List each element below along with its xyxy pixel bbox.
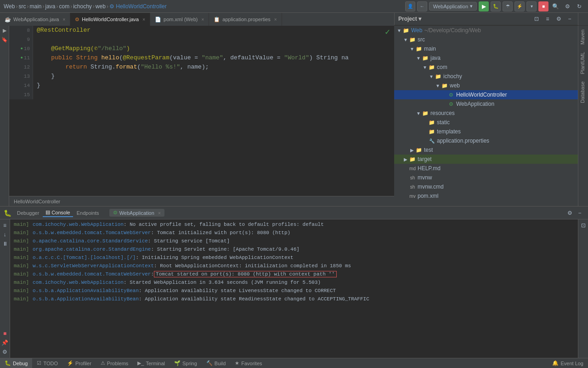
debug-tab-console[interactable]: ▤ Console: [43, 208, 73, 217]
tab-helloworldcontroller[interactable]: ⚙ HelloWorldController.java ×: [70, 13, 150, 26]
vert-tab-maven[interactable]: Maven: [578, 26, 588, 48]
debug-btn-pin[interactable]: 📌: [1, 339, 9, 347]
tree-item-static[interactable]: 📁 static: [394, 118, 578, 127]
tree-item-ichochy[interactable]: ▼ 📁 ichochy: [394, 72, 578, 81]
run-config-label: WebApplication: [433, 4, 468, 9]
back-button[interactable]: ←: [417, 1, 427, 12]
vert-tab-database[interactable]: Database: [578, 78, 588, 107]
tree-label-mvnw: mvnw: [418, 174, 432, 181]
tree-item-test[interactable]: ▶ 📁 test: [394, 145, 578, 155]
tree-item-templates[interactable]: 📁 templates: [394, 127, 578, 136]
gutter-line-14: 14: [9, 81, 33, 90]
debug-log-content[interactable]: main] com.ichochy.web.WebApplication : N…: [10, 219, 578, 358]
project-btn-settings[interactable]: ⚙: [554, 14, 563, 23]
editor-code[interactable]: @RestController @GetMapping(✆"/hello") p…: [33, 26, 394, 99]
bottom-tab-terminal[interactable]: ▶_ Terminal: [133, 358, 170, 368]
breadcrumb-com[interactable]: com: [59, 3, 70, 10]
run-config-dropdown-icon: ▾: [470, 3, 473, 9]
coverage-button[interactable]: ☂: [503, 1, 513, 12]
project-btn-close[interactable]: −: [565, 14, 574, 23]
debug-settings-btn[interactable]: ⚙: [565, 208, 574, 218]
tree-arrow-root: ▼: [396, 28, 402, 33]
debug-btn-pause[interactable]: ⏸: [1, 240, 9, 248]
bottom-tab-spring[interactable]: 🌱 Spring: [170, 358, 202, 368]
update-button[interactable]: ↻: [574, 1, 584, 12]
more-run-button[interactable]: ▾: [526, 1, 537, 12]
tree-item-resources[interactable]: ▼ 📁 resources: [394, 109, 578, 118]
breadcrumb-main[interactable]: main: [29, 3, 41, 10]
tree-item-java[interactable]: ▼ 📁 java: [394, 53, 578, 63]
code-line-9: [37, 35, 390, 44]
tree-item-root[interactable]: ▼ 📁 Web ~/Develop/Coding/Web: [394, 26, 578, 35]
tree-icon-wa: ⚙: [447, 100, 455, 108]
debug-right-btn-restore[interactable]: ⊡: [579, 221, 588, 230]
tree-item-com[interactable]: ▼ 📁 com: [394, 63, 578, 72]
profile-button[interactable]: ⚡: [514, 1, 525, 12]
tab-pomxml[interactable]: 📄 pom.xml (Web) ×: [150, 13, 209, 26]
tree-item-webapplication[interactable]: ⚙ WebApplication: [394, 99, 578, 109]
vcs-button[interactable]: 👤: [405, 1, 415, 12]
breadcrumb-web2[interactable]: web: [96, 3, 106, 10]
tree-path-root: ~/Develop/Coding/Web: [424, 27, 481, 34]
content-row: ▶ 🔖 8 9 ●10 ●11 12 13 14 15 @RestControl…: [0, 26, 588, 206]
run-button[interactable]: ▶: [479, 1, 489, 12]
tree-item-src[interactable]: ▼ 📁 src: [394, 35, 578, 44]
tree-item-appprops[interactable]: 🔧 application.properties: [394, 136, 578, 145]
tree-icon-appprops: 🔧: [428, 137, 435, 144]
tab-close-pomxml[interactable]: ×: [201, 17, 204, 22]
debug-close-btn[interactable]: −: [575, 208, 584, 218]
bottom-tab-eventlog[interactable]: 🔔 Event Log: [548, 358, 588, 368]
run-configuration[interactable]: WebApplication ▾: [429, 2, 477, 11]
bottom-tab-build[interactable]: 🔨 Build: [202, 358, 230, 368]
tree-label-ichochy: ichochy: [443, 73, 462, 80]
tree-icon-com: 📁: [428, 63, 435, 71]
search-button[interactable]: 🔍: [550, 1, 560, 12]
bottom-tab-problems[interactable]: ⚠ Problems: [96, 358, 133, 368]
breadcrumb-web[interactable]: Web: [4, 3, 15, 10]
bottom-tab-profiler[interactable]: ⚡ Profiler: [62, 358, 96, 368]
tree-icon-src: 📁: [409, 36, 416, 43]
bottom-tab-todo[interactable]: ☑ TODO: [32, 358, 62, 368]
project-btn-locate[interactable]: ⊡: [532, 14, 541, 23]
debug-btn-stop[interactable]: ■: [1, 329, 9, 338]
breadcrumb-java[interactable]: java: [45, 3, 55, 10]
breadcrumb-ichochy[interactable]: ichochy: [73, 3, 92, 10]
debug-session[interactable]: ⚙ WebApplication ×: [109, 209, 165, 217]
code-line-11: public String hello(@RequestParam(value …: [37, 53, 390, 63]
tree-item-main[interactable]: ▼ 📁 main: [394, 44, 578, 53]
tree-item-pomxml[interactable]: mv pom.xml: [394, 191, 578, 201]
debug-button[interactable]: 🐛: [491, 1, 501, 12]
debug-btn-filter[interactable]: ≡: [1, 221, 9, 230]
breadcrumb-controller[interactable]: ⚙ HelloWorldController: [109, 3, 167, 10]
bottom-tab-debug[interactable]: 🐛 Debug: [0, 358, 32, 368]
tree-item-web[interactable]: ▼ 📁 web: [394, 81, 578, 90]
sidebar-icon-run[interactable]: ▶: [0, 26, 9, 35]
debug-icon: 🐛: [4, 209, 11, 217]
debug-tab-debugger[interactable]: Debugger: [14, 209, 42, 217]
debug-btn-settings2[interactable]: ⚙: [1, 348, 9, 356]
log-line-3: main] o.apache.catalina.core.StandardSer…: [10, 237, 578, 245]
tree-item-mvnw[interactable]: sh mvnw: [394, 173, 578, 182]
debug-session-close[interactable]: ×: [158, 210, 161, 216]
debug-content-row: ≡ ↓ ⏸ ■ 📌 ⚙ main] com.ichochy.web.WebApp…: [0, 219, 588, 358]
settings-button[interactable]: ⚙: [562, 1, 572, 12]
tree-item-target[interactable]: ▶ 📁 target: [394, 155, 578, 164]
sidebar-icon-bookmark[interactable]: 🔖: [0, 35, 9, 44]
tab-close-applicationprops[interactable]: ×: [274, 17, 277, 22]
tree-item-mvnwcmd[interactable]: sh mvnw.cmd: [394, 182, 578, 191]
breadcrumb-src[interactable]: src: [18, 3, 26, 10]
top-bar: Web › src › main › java › com › ichochy …: [0, 0, 588, 13]
tree-item-helloworldcontroller[interactable]: ⚙ HelloWorldController: [394, 90, 578, 99]
vert-tab-plantuml[interactable]: PlantUML: [578, 48, 588, 78]
tab-close-webapplication[interactable]: ×: [62, 17, 65, 22]
debug-tab-endpoints[interactable]: Endpoints: [74, 209, 102, 217]
tab-applicationprops[interactable]: 📋 application.properties ×: [209, 13, 282, 26]
stop-button[interactable]: ■: [538, 1, 548, 12]
left-sidebar: ▶ 🔖: [0, 26, 9, 206]
tab-webapplication[interactable]: ☕ WebApplication.java ×: [0, 13, 70, 26]
debug-btn-scroll-to-end[interactable]: ↓: [1, 230, 9, 239]
tree-item-helpmd[interactable]: md HELP.md: [394, 164, 578, 173]
project-btn-collapse[interactable]: ≡: [543, 14, 552, 23]
bottom-tab-favorites[interactable]: ★ Favorites: [230, 358, 266, 368]
tab-close-helloworldcontroller[interactable]: ×: [142, 17, 145, 22]
